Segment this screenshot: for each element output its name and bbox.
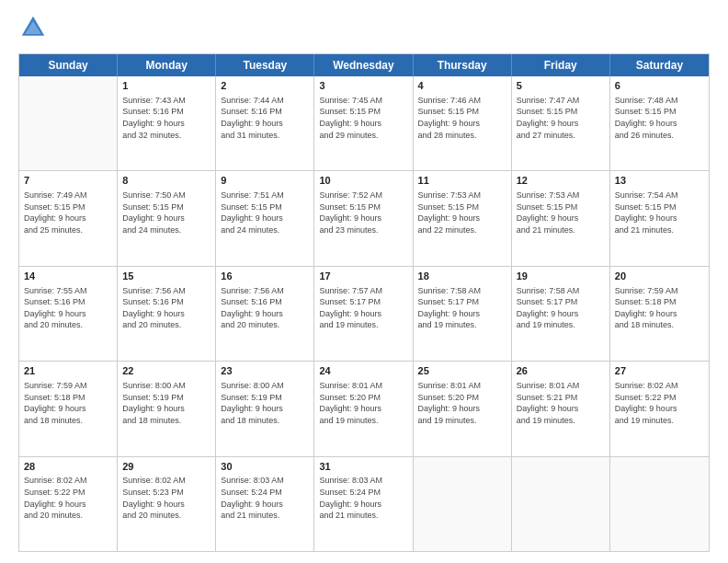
- day-number: 22: [122, 364, 210, 378]
- cal-cell: 11Sunrise: 7:53 AM Sunset: 5:15 PM Dayli…: [414, 171, 512, 265]
- cal-cell: 10Sunrise: 7:52 AM Sunset: 5:15 PM Dayli…: [314, 171, 413, 265]
- day-number: 12: [517, 174, 605, 188]
- cal-header-wednesday: Wednesday: [314, 54, 413, 76]
- cal-cell: 17Sunrise: 7:57 AM Sunset: 5:17 PM Dayli…: [314, 267, 413, 361]
- day-number: 17: [319, 270, 407, 283]
- day-number: 10: [319, 174, 407, 188]
- day-number: 16: [221, 270, 309, 283]
- cell-info: Sunrise: 7:55 AM Sunset: 5:16 PM Dayligh…: [24, 285, 112, 331]
- day-number: 27: [615, 364, 704, 378]
- cell-info: Sunrise: 7:51 AM Sunset: 5:15 PM Dayligh…: [221, 190, 309, 236]
- cal-cell: 16Sunrise: 7:56 AM Sunset: 5:16 PM Dayli…: [216, 267, 314, 361]
- cal-cell: 4Sunrise: 7:46 AM Sunset: 5:15 PM Daylig…: [414, 76, 512, 170]
- day-number: 24: [319, 364, 407, 378]
- cell-info: Sunrise: 7:50 AM Sunset: 5:15 PM Dayligh…: [122, 190, 210, 236]
- day-number: 31: [319, 460, 407, 474]
- cal-cell: 22Sunrise: 8:00 AM Sunset: 5:19 PM Dayli…: [118, 362, 216, 455]
- cal-header-tuesday: Tuesday: [216, 54, 314, 76]
- cell-info: Sunrise: 8:01 AM Sunset: 5:21 PM Dayligh…: [517, 380, 605, 426]
- cell-info: Sunrise: 8:03 AM Sunset: 5:24 PM Dayligh…: [221, 475, 309, 521]
- day-number: 25: [418, 364, 506, 378]
- cal-cell: 23Sunrise: 8:00 AM Sunset: 5:19 PM Dayli…: [216, 362, 314, 455]
- header: [18, 15, 710, 44]
- cal-week-row-4: 21Sunrise: 7:59 AM Sunset: 5:18 PM Dayli…: [19, 361, 709, 455]
- cal-cell: 21Sunrise: 7:59 AM Sunset: 5:18 PM Dayli…: [19, 362, 118, 455]
- day-number: 1: [122, 79, 210, 93]
- cal-week-row-5: 28Sunrise: 8:02 AM Sunset: 5:22 PM Dayli…: [19, 456, 709, 551]
- day-number: 5: [517, 79, 605, 93]
- cell-info: Sunrise: 8:02 AM Sunset: 5:22 PM Dayligh…: [615, 380, 704, 426]
- day-number: 7: [24, 174, 112, 188]
- day-number: 23: [221, 364, 309, 378]
- cal-cell: 30Sunrise: 8:03 AM Sunset: 5:24 PM Dayli…: [216, 457, 314, 551]
- cal-header-friday: Friday: [512, 54, 610, 76]
- cell-info: Sunrise: 7:56 AM Sunset: 5:16 PM Dayligh…: [221, 285, 309, 331]
- cal-cell: [512, 457, 610, 551]
- cal-cell: 8Sunrise: 7:50 AM Sunset: 5:15 PM Daylig…: [118, 171, 216, 265]
- cell-info: Sunrise: 7:54 AM Sunset: 5:15 PM Dayligh…: [615, 190, 704, 236]
- cell-info: Sunrise: 8:01 AM Sunset: 5:20 PM Dayligh…: [319, 380, 407, 426]
- cal-cell: 19Sunrise: 7:58 AM Sunset: 5:17 PM Dayli…: [512, 267, 610, 361]
- cal-cell: 3Sunrise: 7:45 AM Sunset: 5:15 PM Daylig…: [314, 76, 413, 170]
- cal-cell: 27Sunrise: 8:02 AM Sunset: 5:22 PM Dayli…: [610, 362, 709, 455]
- cal-cell: 1Sunrise: 7:43 AM Sunset: 5:16 PM Daylig…: [118, 76, 216, 170]
- cal-week-row-1: 1Sunrise: 7:43 AM Sunset: 5:16 PM Daylig…: [19, 76, 709, 170]
- cell-info: Sunrise: 8:01 AM Sunset: 5:20 PM Dayligh…: [418, 380, 506, 426]
- day-number: 6: [615, 79, 704, 93]
- cal-cell: 6Sunrise: 7:48 AM Sunset: 5:15 PM Daylig…: [610, 76, 709, 170]
- cell-info: Sunrise: 7:44 AM Sunset: 5:16 PM Dayligh…: [221, 95, 309, 141]
- cell-info: Sunrise: 7:47 AM Sunset: 5:15 PM Dayligh…: [517, 95, 605, 141]
- cal-cell: 18Sunrise: 7:58 AM Sunset: 5:17 PM Dayli…: [414, 267, 512, 361]
- cal-cell: 28Sunrise: 8:02 AM Sunset: 5:22 PM Dayli…: [19, 457, 118, 551]
- day-number: 13: [615, 174, 704, 188]
- day-number: 18: [418, 270, 506, 283]
- cal-week-row-2: 7Sunrise: 7:49 AM Sunset: 5:15 PM Daylig…: [19, 170, 709, 265]
- cal-cell: 14Sunrise: 7:55 AM Sunset: 5:16 PM Dayli…: [19, 267, 118, 361]
- cell-info: Sunrise: 8:03 AM Sunset: 5:24 PM Dayligh…: [319, 475, 407, 521]
- day-number: 26: [517, 364, 605, 378]
- cal-cell: 24Sunrise: 8:01 AM Sunset: 5:20 PM Dayli…: [314, 362, 413, 455]
- cell-info: Sunrise: 7:53 AM Sunset: 5:15 PM Dayligh…: [418, 190, 506, 236]
- day-number: 29: [122, 460, 210, 474]
- day-number: 15: [122, 270, 210, 283]
- cal-cell: [19, 76, 118, 170]
- day-number: 8: [122, 174, 210, 188]
- cell-info: Sunrise: 7:45 AM Sunset: 5:15 PM Dayligh…: [319, 95, 407, 141]
- cal-cell: 5Sunrise: 7:47 AM Sunset: 5:15 PM Daylig…: [512, 76, 610, 170]
- day-number: 2: [221, 79, 309, 93]
- cell-info: Sunrise: 8:00 AM Sunset: 5:19 PM Dayligh…: [122, 380, 210, 426]
- cell-info: Sunrise: 7:56 AM Sunset: 5:16 PM Dayligh…: [122, 285, 210, 331]
- cell-info: Sunrise: 7:58 AM Sunset: 5:17 PM Dayligh…: [418, 285, 506, 331]
- cal-cell: 13Sunrise: 7:54 AM Sunset: 5:15 PM Dayli…: [610, 171, 709, 265]
- logo: [18, 15, 50, 44]
- cal-cell: [610, 457, 709, 551]
- calendar-body: 1Sunrise: 7:43 AM Sunset: 5:16 PM Daylig…: [19, 76, 709, 551]
- day-number: 19: [517, 270, 605, 283]
- cal-cell: 25Sunrise: 8:01 AM Sunset: 5:20 PM Dayli…: [414, 362, 512, 455]
- logo-icon: [20, 15, 46, 40]
- cell-info: Sunrise: 8:00 AM Sunset: 5:19 PM Dayligh…: [221, 380, 309, 426]
- day-number: 9: [221, 174, 309, 188]
- cal-cell: 26Sunrise: 8:01 AM Sunset: 5:21 PM Dayli…: [512, 362, 610, 455]
- cal-cell: [414, 457, 512, 551]
- cal-cell: 9Sunrise: 7:51 AM Sunset: 5:15 PM Daylig…: [216, 171, 314, 265]
- cell-info: Sunrise: 7:58 AM Sunset: 5:17 PM Dayligh…: [517, 285, 605, 331]
- day-number: 30: [221, 460, 309, 474]
- cal-cell: 31Sunrise: 8:03 AM Sunset: 5:24 PM Dayli…: [314, 457, 413, 551]
- cell-info: Sunrise: 7:52 AM Sunset: 5:15 PM Dayligh…: [319, 190, 407, 236]
- cell-info: Sunrise: 7:59 AM Sunset: 5:18 PM Dayligh…: [615, 285, 704, 331]
- cal-cell: 2Sunrise: 7:44 AM Sunset: 5:16 PM Daylig…: [216, 76, 314, 170]
- cal-cell: 20Sunrise: 7:59 AM Sunset: 5:18 PM Dayli…: [610, 267, 709, 361]
- cell-info: Sunrise: 8:02 AM Sunset: 5:22 PM Dayligh…: [24, 475, 112, 521]
- cell-info: Sunrise: 7:46 AM Sunset: 5:15 PM Dayligh…: [418, 95, 506, 141]
- day-number: 4: [418, 79, 506, 93]
- cal-header-saturday: Saturday: [610, 54, 709, 76]
- cell-info: Sunrise: 7:59 AM Sunset: 5:18 PM Dayligh…: [24, 380, 112, 426]
- day-number: 11: [418, 174, 506, 188]
- cell-info: Sunrise: 7:48 AM Sunset: 5:15 PM Dayligh…: [615, 95, 704, 141]
- cal-week-row-3: 14Sunrise: 7:55 AM Sunset: 5:16 PM Dayli…: [19, 266, 709, 361]
- day-number: 14: [24, 270, 112, 283]
- cell-info: Sunrise: 7:49 AM Sunset: 5:15 PM Dayligh…: [24, 190, 112, 236]
- day-number: 28: [24, 460, 112, 474]
- cell-info: Sunrise: 7:57 AM Sunset: 5:17 PM Dayligh…: [319, 285, 407, 331]
